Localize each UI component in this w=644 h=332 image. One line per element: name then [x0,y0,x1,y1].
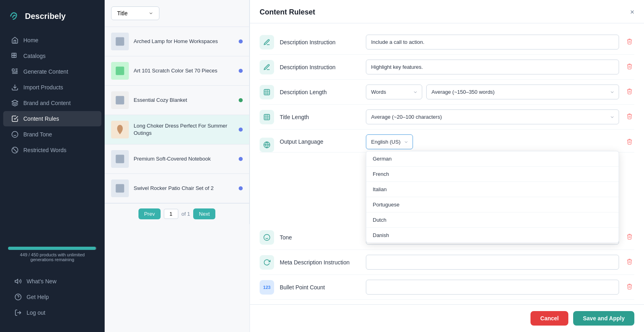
title-filter-button[interactable]: Title [111,6,159,20]
pagination: Prev of 1 Next [105,203,249,224]
meta-desc-input[interactable] [366,255,619,270]
123-badge: 123 [263,285,270,290]
rule-row-title-length: Title Length Short (~10–20 characters) A… [260,105,634,130]
svg-rect-22 [264,89,270,95]
svg-rect-4 [12,69,14,71]
sidebar-item-whats-new[interactable]: What's New [6,274,98,289]
whats-new-icon [14,278,22,285]
brand-tone-icon [11,131,19,138]
product-image [114,95,126,106]
sidebar-item-import[interactable]: Import Products [3,80,101,95]
product-thumb [111,121,129,138]
sidebar-item-logout[interactable]: Log out [6,305,98,320]
title-length-select[interactable]: Short (~10–20 characters) Average (~20–1… [366,109,619,124]
lang-option-danish[interactable]: Danish [366,228,619,243]
product-status-dot [239,39,243,43]
desc-instruction-1-input[interactable] [366,35,619,49]
delete-rule-5-button[interactable] [625,137,634,148]
sidebar-label-content-rules: Content Rules [23,115,59,122]
delete-rule-6-button[interactable] [625,232,634,243]
progress-text: 449 / 450 products with unlimited genera… [8,252,97,262]
delete-rule-4-button[interactable] [625,111,634,123]
rule-icon-123: 123 [260,280,274,295]
product-image [114,183,126,194]
sidebar-label-brand: Brand and Content [23,100,71,106]
list-item[interactable]: Premium Soft-Covered Notebook [105,144,249,174]
page-input[interactable] [164,209,178,219]
trash-icon-4 [626,113,633,120]
lang-option-portuguese[interactable]: Portuguese [366,197,619,212]
trash-icon-5 [626,138,633,145]
rule-row-desc-length: Description Length Words Characters Sent… [260,80,634,105]
progress-section: 449 / 450 products with unlimited genera… [0,243,105,268]
sidebar-item-brand[interactable]: Brand and Content [3,95,101,111]
rule-icon-ruler-2 [260,110,274,124]
list-item[interactable]: Art 101 Scratch Color Set 70 Pieces [105,56,249,86]
list-item[interactable]: Essential Cozy Blanket [105,86,249,115]
rule-icon-smile [260,230,274,245]
sidebar-item-brand-tone[interactable]: Brand Tone [3,127,101,142]
catalogs-icon [11,52,19,60]
product-status-dot [239,186,243,190]
pencil-icon-2 [263,64,270,71]
delete-rule-3-button[interactable] [625,87,634,98]
product-thumb [111,150,129,168]
sidebar-label-whats-new: What's New [27,278,56,285]
svg-point-26 [264,234,270,240]
lang-option-italian[interactable]: Italian [366,182,619,197]
lang-option-dutch[interactable]: Dutch [366,212,619,228]
save-and-apply-button[interactable]: Save and Apply [573,311,634,326]
lang-option-german[interactable]: German [366,151,619,167]
rule-controls-title-length: Short (~10–20 characters) Average (~20–1… [366,109,619,124]
words-select[interactable]: Words Characters Sentences [366,85,422,99]
list-item[interactable]: Swivel Rocker Patio Chair Set of 2 [105,174,249,203]
svg-point-16 [118,39,119,41]
sidebar-item-home[interactable]: Home [3,33,101,48]
list-item[interactable]: Arched Lamp for Home Workspaces [105,27,249,56]
logout-icon [14,309,22,316]
language-select[interactable]: English (US) German French Italian Portu… [366,134,413,149]
rule-controls-2 [366,60,619,74]
svg-rect-20 [116,155,124,163]
trash-icon-2 [626,63,633,70]
ruleset-header: Content Ruleset × [250,0,644,23]
delete-rule-7-button[interactable] [625,257,634,268]
product-image [114,36,126,47]
close-button[interactable]: × [630,8,634,16]
list-item[interactable]: Long Choker Dress Perfect For Summer Out… [105,115,249,144]
sidebar-item-content-rules[interactable]: Content Rules [3,111,101,126]
product-name: Essential Cozy Blanket [134,97,234,104]
rule-icon-ruler [260,85,274,99]
sidebar-label-get-help: Get Help [27,294,49,300]
sidebar-item-catalogs[interactable]: Catalogs [3,48,101,64]
bullet-count-input[interactable] [366,280,619,295]
cancel-button[interactable]: Cancel [530,311,568,326]
delete-rule-2-button[interactable] [625,62,634,73]
rule-label-title-length: Title Length [280,114,360,120]
product-name: Long Choker Dress Perfect For Summer Out… [134,122,234,137]
product-name: Swivel Rocker Patio Chair Set of 2 [134,185,234,192]
product-name: Premium Soft-Covered Notebook [134,155,234,163]
lang-option-french[interactable]: French [366,167,619,182]
desc-instruction-2-input[interactable] [366,60,619,74]
sidebar-label-restricted: Restricted Words [23,147,66,153]
delete-rule-1-button[interactable] [625,37,634,48]
ruleset-panel: Content Ruleset × Description Instructio… [250,0,644,332]
svg-rect-3 [14,56,16,58]
sidebar-item-get-help[interactable]: Get Help [6,289,98,305]
refresh-icon [263,259,270,266]
prev-button[interactable]: Prev [138,208,161,219]
svg-rect-2 [12,56,14,58]
rule-label-bullet-count: Bullet Point Count [280,284,360,291]
delete-rule-8-button[interactable] [625,282,634,293]
rule-icon-pencil [260,35,274,49]
trash-icon-8 [626,283,633,290]
product-thumb [111,33,129,50]
rule-label: Description Instruction [280,39,360,45]
sidebar-item-restricted[interactable]: Restricted Words [3,142,101,158]
trash-icon-7 [626,258,633,265]
sidebar-item-generate[interactable]: Generate Content [3,64,101,79]
sidebar-label-catalogs: Catalogs [23,53,45,59]
length-select[interactable]: Short (~50–150 words) Average (~150–350 … [426,85,619,99]
next-button[interactable]: Next [193,208,215,219]
